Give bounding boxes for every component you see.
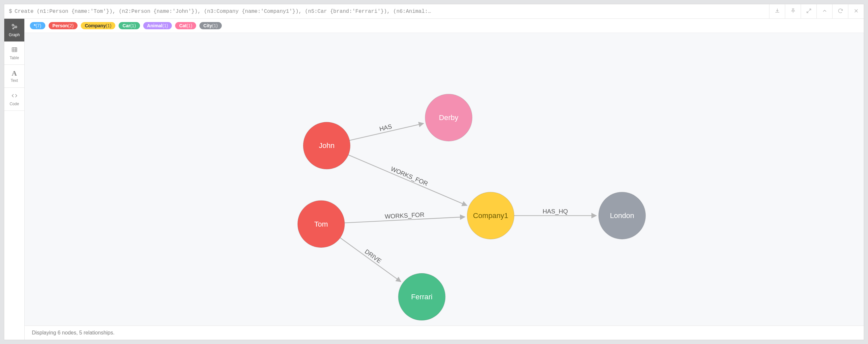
code-icon xyxy=(11,92,18,100)
body: Graph Table A Text Code *(7)Person(2)Com… xyxy=(4,19,864,340)
label-pill[interactable]: Car(1) xyxy=(119,22,140,29)
svg-point-9 xyxy=(398,273,445,320)
label-pill-row: *(7)Person(2)Company(1)Car(1)Animal(1)Ca… xyxy=(25,19,864,33)
close-button[interactable] xyxy=(848,4,864,19)
status-bar: Displaying 6 nodes, 5 relationships. xyxy=(25,325,864,340)
expand-icon xyxy=(806,8,812,15)
pin-button[interactable] xyxy=(785,4,801,19)
top-actions xyxy=(769,4,864,19)
top-bar: $ Create (n1:Person {name:'Tom'}), (n2:P… xyxy=(4,4,864,19)
svg-point-7 xyxy=(467,192,514,239)
graph-node[interactable]: Company1 xyxy=(467,192,514,239)
sidebar-tab-label: Table xyxy=(9,56,19,60)
label-pill[interactable]: *(7) xyxy=(30,22,45,29)
label-pill-count: (2) xyxy=(68,23,73,28)
svg-point-2 xyxy=(12,28,14,29)
sidebar-tab-label: Text xyxy=(10,78,18,83)
main-column: *(7)Person(2)Company(1)Car(1)Animal(1)Ca… xyxy=(25,19,864,340)
graph-edge[interactable] xyxy=(340,238,401,282)
chevron-up-icon xyxy=(822,8,828,15)
graph-node[interactable]: Ferrari xyxy=(398,273,445,320)
graph-node[interactable]: Derby xyxy=(425,94,472,141)
label-pill-count: (7) xyxy=(35,23,41,28)
sidebar-tab-table[interactable]: Table xyxy=(4,42,24,65)
label-pill[interactable]: Cat(1) xyxy=(175,22,196,29)
svg-point-0 xyxy=(12,24,14,26)
label-pill-name: Company xyxy=(85,23,106,28)
sidebar-tab-label: Code xyxy=(9,102,19,106)
label-pill[interactable]: Animal(1) xyxy=(143,22,172,29)
sidebar-tab-code[interactable]: Code xyxy=(4,88,24,111)
close-icon xyxy=(853,8,859,15)
view-sidebar: Graph Table A Text Code xyxy=(4,19,25,340)
svg-point-6 xyxy=(425,94,472,141)
graph-edge[interactable] xyxy=(348,155,467,205)
label-pill-name: Animal xyxy=(147,23,163,28)
label-pill-name: Person xyxy=(53,23,68,28)
label-pill-count: (1) xyxy=(187,23,192,28)
expand-button[interactable] xyxy=(801,4,816,19)
svg-point-8 xyxy=(598,192,646,239)
download-button[interactable] xyxy=(769,4,785,19)
graph-icon xyxy=(11,23,18,31)
svg-point-5 xyxy=(298,201,345,248)
graph-node[interactable]: John xyxy=(303,122,350,169)
download-icon xyxy=(774,8,780,15)
collapse-button[interactable] xyxy=(816,4,832,19)
label-pill-name: City xyxy=(204,23,212,28)
pin-icon xyxy=(790,8,796,15)
label-pill-name: Car xyxy=(123,23,130,28)
label-pill[interactable]: Person(2) xyxy=(49,22,78,29)
svg-rect-3 xyxy=(12,48,17,52)
label-pill-count: (1) xyxy=(212,23,218,28)
table-icon xyxy=(11,46,18,54)
sidebar-tab-label: Graph xyxy=(9,33,20,37)
svg-point-4 xyxy=(303,122,350,169)
graph-node[interactable]: Tom xyxy=(298,201,345,248)
graph-canvas[interactable]: HASWORKS_FORWORKS_FORDRIVEHAS_HQ JohnTom… xyxy=(25,33,864,325)
label-pill[interactable]: Company(1) xyxy=(81,22,115,29)
refresh-icon xyxy=(837,8,843,15)
graph-edge-label: HAS_HQ xyxy=(542,208,568,215)
sidebar-tab-text[interactable]: A Text xyxy=(4,65,24,88)
text-icon: A xyxy=(12,70,17,77)
result-panel: $ Create (n1:Person {name:'Tom'}), (n2:P… xyxy=(4,4,864,340)
query-prompt: $ xyxy=(9,8,12,15)
query-text: Create (n1:Person {name:'Tom'}), (n2:Per… xyxy=(15,8,765,15)
label-pill[interactable]: City(1) xyxy=(199,22,222,29)
graph-edge-label: WORKS_FOR xyxy=(390,165,429,188)
graph-node[interactable]: London xyxy=(598,192,646,239)
label-pill-name: Cat xyxy=(179,23,187,28)
label-pill-count: (1) xyxy=(162,23,168,28)
label-pill-count: (1) xyxy=(130,23,136,28)
rerun-button[interactable] xyxy=(832,4,848,19)
label-pill-count: (1) xyxy=(106,23,112,28)
query-display[interactable]: $ Create (n1:Person {name:'Tom'}), (n2:P… xyxy=(4,4,769,19)
sidebar-tab-graph[interactable]: Graph xyxy=(4,19,24,42)
